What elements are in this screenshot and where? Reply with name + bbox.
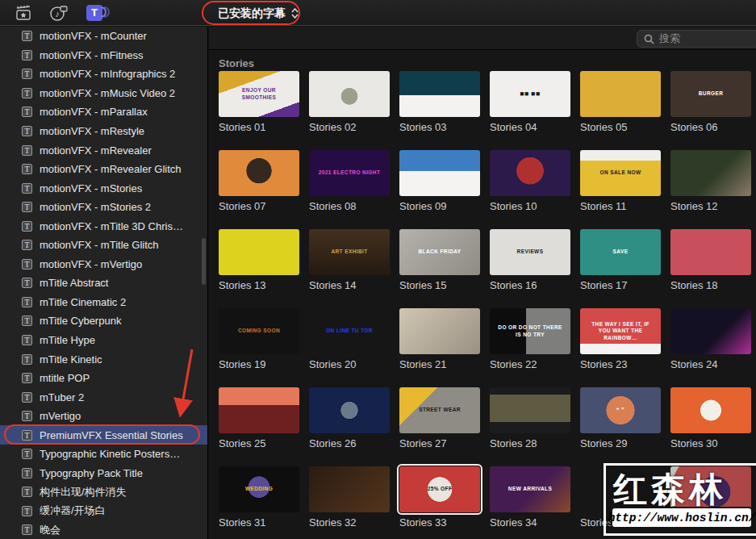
story-thumbnail[interactable]: ❝ ❞ [580, 387, 661, 433]
sidebar-item[interactable]: TmotionVFX - mStories [0, 178, 207, 198]
story-thumbnail[interactable] [399, 150, 480, 196]
sidebar-item[interactable]: TmTitle Hype [0, 331, 207, 350]
sidebar-item[interactable]: TmotionVFX - mStories 2 [0, 198, 207, 217]
sidebar-item[interactable]: TmotionVFX - mFitness [0, 46, 207, 65]
story-thumbnail[interactable]: BLACK FRIDAY [399, 229, 480, 275]
sidebar-item[interactable]: TmotionVFX - mMusic Video 2 [0, 84, 207, 103]
media-library-icon[interactable] [11, 3, 36, 23]
story-thumbnail[interactable] [219, 150, 299, 196]
sidebar-item[interactable]: TmotionVFX - mCounter [0, 27, 207, 46]
sidebar-scrollbar[interactable] [202, 238, 206, 285]
story-thumbnail[interactable] [219, 387, 299, 433]
story-label: Stories 13 [219, 279, 299, 291]
title-bundle-icon: T [22, 449, 32, 459]
story-cell: 25% OFFStories 33 [399, 466, 480, 529]
story-cell: ART EXHIBITStories 14 [309, 229, 390, 291]
sidebar-item[interactable]: TmTitle Kinetic [0, 349, 207, 369]
story-thumbnail[interactable] [580, 71, 661, 117]
story-thumbnail[interactable] [399, 71, 480, 117]
story-thumbnail[interactable] [670, 229, 751, 275]
story-thumbnail[interactable] [309, 387, 390, 433]
story-thumbnail[interactable]: REVIEWS [490, 229, 570, 275]
sidebar-item[interactable]: TmotionVFX - mTitle 3D Chris… [0, 216, 207, 236]
story-thumbnail[interactable]: ◼◼ ◼◼ [490, 71, 570, 117]
sidebar-item[interactable]: TmotionVFX - mRestyle [0, 122, 207, 141]
story-thumbnail[interactable]: WEDDING [219, 466, 299, 512]
thumbnail-overlay-text: COMING SOON [232, 328, 286, 334]
story-cell: ENJOY OUR SMOOTHIESStories 01 [219, 71, 299, 133]
sidebar-item-label: motionVFX - mParallax [40, 106, 148, 118]
thumbnail-overlay-text: SAVE [607, 249, 635, 255]
sidebar-item[interactable]: T缓冲器/开场白 [0, 502, 207, 521]
sidebar-item[interactable]: TmVertigo [0, 407, 207, 426]
story-thumbnail[interactable] [309, 71, 390, 117]
story-cell: Stories 02 [309, 71, 390, 133]
story-thumbnail[interactable]: ART EXHIBIT [309, 229, 390, 275]
search-strip: 搜索 [209, 27, 756, 50]
story-thumbnail[interactable]: The way I see it, if you want the rainbo… [580, 308, 661, 354]
story-thumbnail[interactable] [490, 387, 570, 433]
sidebar-item[interactable]: T晚会 [0, 520, 207, 539]
story-thumbnail[interactable]: NEW ARRIVALS [490, 466, 570, 512]
sidebar-item[interactable]: TmotionVFX - mRevealer Glitch [0, 160, 207, 179]
title-bundle-icon: T [22, 524, 32, 535]
thumbnail-overlay-text: ❝ ❞ [610, 407, 632, 413]
story-thumbnail[interactable]: 25% OFF [399, 466, 480, 512]
story-cell: Stories 05 [580, 71, 661, 133]
sidebar-item[interactable]: TmotionVFX - mTitle Glitch [0, 236, 207, 255]
story-thumbnail[interactable] [309, 466, 390, 512]
story-thumbnail[interactable] [490, 150, 570, 196]
broadcast-wave-icon [104, 6, 110, 18]
sidebar-item[interactable]: TmTitle Cyberpunk [0, 311, 207, 331]
story-thumbnail[interactable] [670, 308, 751, 354]
title-bundle-icon: T [22, 392, 32, 403]
sidebar-item[interactable]: TmTitle Cinematic 2 [0, 293, 207, 312]
title-bundle-icon: T [22, 50, 32, 61]
sidebar-item[interactable]: TmotionVFX - mRevealer [0, 140, 207, 160]
thumbnail-overlay-text: ART EXHIBIT [324, 249, 374, 255]
story-thumbnail[interactable]: COMING SOON [219, 308, 299, 354]
story-thumbnail[interactable] [219, 229, 299, 275]
titles-t-glyph: T [86, 5, 102, 21]
story-thumbnail[interactable]: SAVE [580, 229, 661, 275]
story-thumbnail[interactable]: STREET WEAR [399, 387, 480, 433]
story-thumbnail[interactable]: ENJOY OUR SMOOTHIES [219, 71, 299, 117]
sidebar-item[interactable]: TTypographic Kinetic Posters… [0, 445, 207, 464]
title-bundle-icon: T [22, 354, 32, 365]
sidebar-item-label: mTitle Cyberpunk [40, 315, 121, 327]
installed-titles-dropdown[interactable]: 已安装的字幕 [208, 3, 308, 23]
sidebar-item[interactable]: TmotionVFX - mVertigo [0, 255, 207, 274]
sidebar-item[interactable]: TmTitle Abstract [0, 274, 207, 293]
sidebar-item[interactable]: TTypography Pack Title [0, 464, 207, 483]
story-cell: SAVEStories 17 [580, 229, 661, 291]
sidebar-item[interactable]: TmTuber 2 [0, 387, 207, 407]
story-thumbnail[interactable] [670, 150, 751, 196]
photos-audio-icon[interactable]: ♪ [47, 3, 71, 23]
sidebar-item[interactable]: TmotionVFX - mParallax [0, 102, 207, 122]
story-thumbnail[interactable]: DO OR DO NOT THERE IS NO TRY [490, 308, 570, 354]
story-cell: The way I see it, if you want the rainbo… [580, 308, 661, 370]
search-input[interactable]: 搜索 [637, 30, 756, 48]
thumbnail-overlay-text: DO OR DO NOT THERE IS NO TRY [490, 324, 570, 337]
chevron-up-down-icon [291, 8, 299, 19]
sidebar-item[interactable]: TPremiumVFX Essential Stories [0, 425, 207, 445]
sidebar-item-label: 构件出现/构件消失 [40, 485, 127, 499]
story-thumbnail[interactable]: ON SALE NOW [580, 150, 661, 196]
story-label: Stories 17 [580, 279, 661, 291]
story-thumbnail[interactable]: ON LINE TU TOR [309, 308, 390, 354]
story-cell: Stories 09 [399, 150, 480, 212]
titles-generators-icon[interactable]: T [82, 3, 107, 23]
title-bundle-icon: T [22, 126, 32, 136]
story-thumbnail[interactable] [670, 387, 751, 433]
story-cell: ❝ ❞Stories 29 [580, 387, 661, 449]
story-label: Stories 29 [580, 437, 661, 449]
title-bundle-icon: T [22, 31, 32, 41]
sidebar-item[interactable]: Tmtitle POP [0, 369, 207, 388]
sidebar-item[interactable]: TmotionVFX - mInfographics 2 [0, 65, 207, 84]
sidebar-item[interactable]: T构件出现/构件消失 [0, 483, 207, 502]
story-thumbnail[interactable] [399, 308, 480, 354]
title-bundle-icon: T [22, 487, 32, 497]
story-thumbnail[interactable]: BURGER [670, 71, 751, 117]
sidebar-item-label: motionVFX - mFitness [40, 49, 144, 61]
story-thumbnail[interactable]: 2021 ELECTRO NIGHT [309, 150, 390, 196]
